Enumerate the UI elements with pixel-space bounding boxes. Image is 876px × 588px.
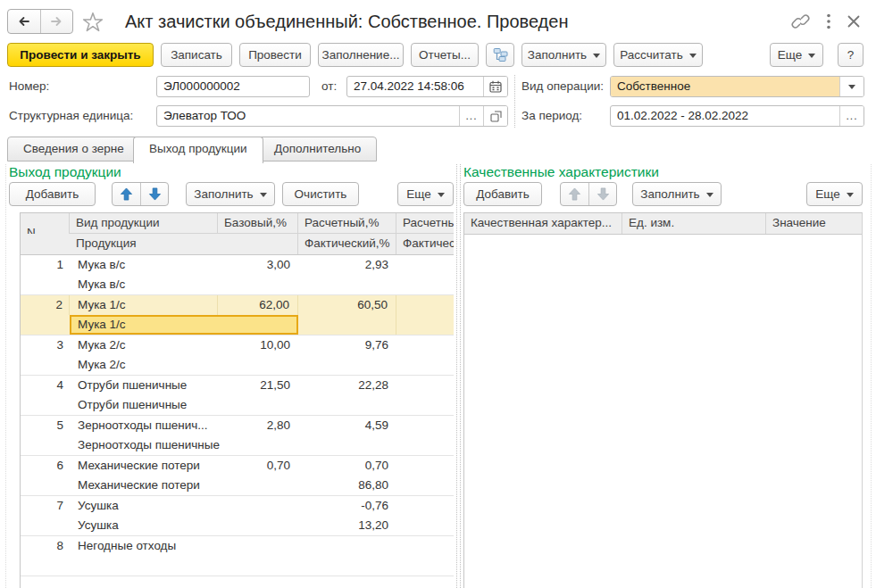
- column-header-base-pct: Базовый,%: [218, 213, 298, 234]
- chevron-down-icon: [689, 54, 697, 58]
- structure-button[interactable]: [486, 43, 514, 67]
- post-button[interactable]: Провести: [239, 43, 311, 67]
- right-move-buttons: [560, 182, 617, 206]
- right-edge-guide: [871, 164, 872, 588]
- calendar-icon: [489, 80, 502, 93]
- table-row[interactable]: 5 Зерноотходы пшенич... 2,80 4,59 Зерноо…: [21, 416, 454, 456]
- filling-button[interactable]: Заполнение...: [318, 43, 404, 67]
- column-header-product-type: Вид продукции: [70, 213, 218, 234]
- chevron-down-icon: [848, 85, 855, 89]
- dropdown-arrow-button[interactable]: [839, 77, 863, 96]
- date-input[interactable]: 27.04.2022 14:58:06: [346, 76, 508, 97]
- tab-grain-info[interactable]: Сведения о зерне: [7, 137, 140, 161]
- help-button[interactable]: ?: [838, 43, 863, 67]
- right-section-title: Качественные характеристики: [463, 163, 659, 181]
- column-header-calc2: Расчетны: [396, 213, 454, 234]
- arrow-up-icon: [120, 187, 133, 201]
- open-in-window-icon: [490, 111, 502, 122]
- save-button[interactable]: Записать: [161, 43, 232, 67]
- move-down-button[interactable]: [140, 183, 168, 205]
- structure-icon: [493, 47, 508, 62]
- quality-characteristics-table: Качественная характер... Ед. изм. Значен…: [463, 212, 863, 588]
- table-row-selected[interactable]: 2 Мука 1/с 62,00 60,50 Мука 1/с: [21, 295, 454, 335]
- structural-unit-label: Структурная единица:: [9, 105, 133, 127]
- empty-table-body[interactable]: [464, 235, 862, 588]
- period-label: За период:: [521, 105, 582, 127]
- operation-type-select[interactable]: Собственное: [610, 76, 864, 97]
- table-header: N Вид продукции Базовый,% Расчетный,% Ра…: [21, 213, 454, 255]
- panel-splitter[interactable]: [456, 164, 457, 588]
- left-move-buttons: [112, 182, 169, 206]
- table-row[interactable]: 3 Мука 2/с 10,00 9,76 Мука 2/с: [21, 335, 454, 376]
- move-down-button-disabled[interactable]: [588, 183, 616, 205]
- document-window: Акт зачистки объединенный: Собственное. …: [0, 0, 876, 588]
- post-and-close-button[interactable]: Провести и закрыть: [7, 43, 154, 67]
- arrow-left-icon: [17, 14, 31, 29]
- left-fill-menu-button[interactable]: Заполнить: [186, 182, 275, 206]
- column-header-fact-pct: Фактический,%: [298, 234, 396, 254]
- choose-period-button[interactable]: ...: [839, 106, 863, 126]
- fill-menu-button[interactable]: Заполнить: [521, 43, 606, 67]
- more-menu-button[interactable]: Еще: [770, 43, 823, 67]
- chevron-down-icon: [706, 193, 713, 197]
- number-label: Номер:: [9, 76, 49, 97]
- column-header-product: Продукция: [70, 234, 298, 254]
- arrow-down-icon: [597, 187, 610, 201]
- column-header-quality-characteristic: Качественная характер...: [464, 213, 622, 234]
- structural-unit-input[interactable]: Элеватор ТОО ...: [156, 105, 508, 127]
- left-section-title: Выход продукции: [9, 163, 121, 181]
- left-more-menu-button[interactable]: Еще: [397, 182, 454, 206]
- operation-type-label: Вид операции:: [521, 76, 604, 97]
- close-icon[interactable]: [847, 15, 860, 28]
- period-input[interactable]: 01.02.2022 - 28.02.2022 ...: [610, 105, 864, 127]
- column-header-n: N: [21, 213, 70, 234]
- choose-button[interactable]: ...: [459, 106, 483, 126]
- table-row[interactable]: 8 Негодные отходы: [21, 536, 454, 576]
- arrow-right-icon: [49, 14, 63, 29]
- kebab-menu-icon[interactable]: [826, 13, 831, 29]
- arrow-up-icon: [568, 187, 581, 201]
- favorite-star-icon[interactable]: [82, 12, 104, 33]
- back-button[interactable]: [8, 10, 40, 33]
- column-header-calc-pct: Расчетный,%: [298, 213, 396, 234]
- page-title: Акт зачистки объединенный: Собственное. …: [125, 8, 568, 35]
- chevron-down-icon: [593, 54, 600, 58]
- right-add-button[interactable]: Добавить: [463, 182, 542, 206]
- field-group-separator: [514, 75, 515, 128]
- chevron-down-icon: [260, 193, 267, 197]
- left-edge-guide: [5, 164, 6, 588]
- chevron-down-icon: [808, 54, 815, 58]
- panel-splitter[interactable]: [460, 164, 461, 588]
- column-header-unit: Ед. изм.: [622, 213, 766, 234]
- column-header-value: Значение: [766, 213, 863, 234]
- chevron-down-icon: [847, 193, 854, 197]
- column-header-fact2: Фактичес: [396, 234, 454, 254]
- history-nav-group: [7, 9, 73, 34]
- link-icon[interactable]: [791, 12, 811, 30]
- tab-additional[interactable]: Дополнительно: [258, 137, 377, 161]
- active-cell[interactable]: Мука 1/с: [70, 315, 298, 335]
- left-add-button[interactable]: Добавить: [9, 182, 96, 206]
- date-label: от:: [321, 76, 337, 97]
- right-more-menu-button[interactable]: Еще: [806, 182, 863, 206]
- table-header: Качественная характер... Ед. изм. Значен…: [464, 213, 862, 235]
- number-input[interactable]: ЭЛ000000002: [156, 76, 310, 97]
- table-row[interactable]: 1 Мука в/с 3,00 2,93 Мука в/с: [21, 255, 454, 295]
- chevron-down-icon: [438, 193, 445, 197]
- forward-button[interactable]: [40, 10, 72, 33]
- table-row[interactable]: 4 Отруби пшеничные 21,50 22,28 Отруби пш…: [21, 376, 454, 416]
- product-output-table: N Вид продукции Базовый,% Расчетный,% Ра…: [20, 212, 454, 588]
- move-up-button-disabled[interactable]: [561, 183, 588, 205]
- reports-button[interactable]: Отчеты...: [411, 43, 479, 67]
- calculate-menu-button[interactable]: Рассчитать: [613, 43, 703, 67]
- table-row[interactable]: 6 Механические потери 0,70 0,70 Механиче…: [21, 456, 454, 496]
- arrow-down-icon: [148, 187, 162, 201]
- table-row[interactable]: 7 Усушка -0,76 Усушка 13,20: [21, 496, 454, 536]
- left-clear-button[interactable]: Очистить: [282, 182, 359, 206]
- right-fill-menu-button[interactable]: Заполнить: [632, 182, 722, 206]
- tab-product-output[interactable]: Выход продукции: [133, 137, 263, 163]
- open-button[interactable]: [483, 106, 507, 126]
- move-up-button[interactable]: [113, 183, 140, 205]
- calendar-button[interactable]: [483, 77, 507, 96]
